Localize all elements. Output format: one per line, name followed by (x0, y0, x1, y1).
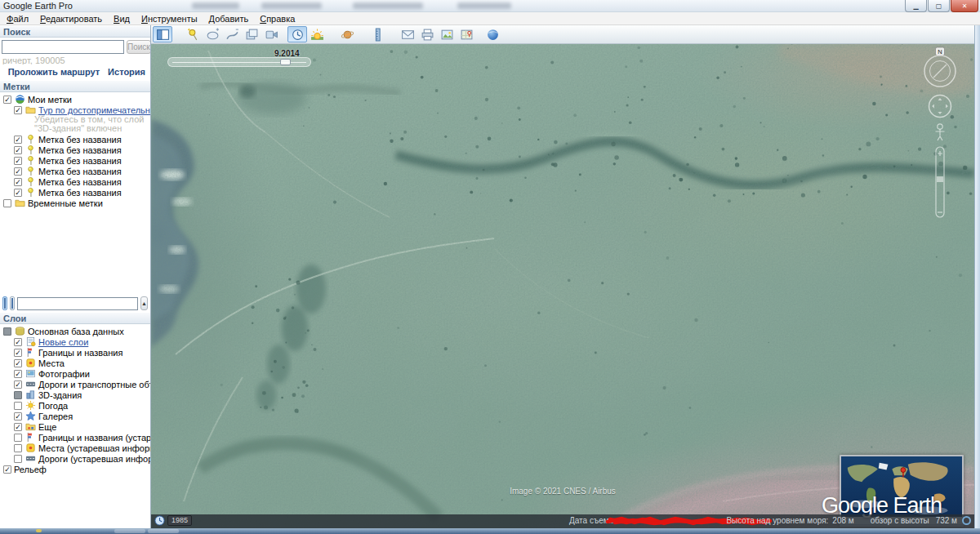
checkbox-on[interactable]: ✓ (14, 167, 22, 176)
checkbox-on[interactable]: ✓ (14, 136, 22, 144)
search-button[interactable]: Поиск (127, 40, 151, 54)
place-icon (24, 358, 37, 368)
layers-item-label[interactable]: Галерея (38, 412, 73, 421)
menu-item-4[interactable]: Инструменты (136, 14, 203, 24)
sunlight-button[interactable] (307, 26, 327, 42)
checkbox-off[interactable] (3, 199, 11, 207)
layers-item-label[interactable]: Дороги и транспортные объекты (38, 380, 150, 389)
history-link[interactable]: История (108, 67, 145, 77)
checkbox-on[interactable]: ✓ (14, 106, 22, 114)
switch-planet-button[interactable] (337, 26, 357, 42)
historical-imagery-indicator[interactable]: 1985 (154, 515, 192, 526)
weather-icon (24, 400, 37, 411)
layers-item-label[interactable]: Границы и названия (38, 348, 122, 358)
save-image-button[interactable] (437, 26, 457, 42)
overlay-icon (245, 28, 259, 42)
checkbox-partial[interactable] (3, 327, 11, 336)
layers-filter-input[interactable] (17, 297, 138, 310)
layers-item-label[interactable]: Еще (38, 422, 56, 432)
windows-taskbar[interactable] (0, 528, 980, 534)
window-right-border (974, 25, 980, 528)
places-item-label[interactable]: Метка без названия (38, 177, 122, 187)
map-viewport[interactable]: 9.2014 (151, 44, 974, 528)
checkbox-on[interactable]: ✓ (14, 146, 22, 154)
maximize-button[interactable]: ▢ (928, 0, 950, 12)
navigation-controls[interactable]: N (915, 46, 964, 242)
places-item-label[interactable]: Метка без названия (38, 188, 122, 198)
checkbox-on[interactable]: ✓ (14, 380, 22, 389)
historical-imagery-button[interactable] (287, 26, 307, 42)
layers-item-label[interactable]: Погода (38, 401, 68, 411)
checkbox-on[interactable]: ✓ (14, 338, 22, 346)
taskbar-button[interactable] (148, 529, 179, 533)
menu-item-3[interactable]: Вид (108, 14, 136, 24)
ghost-artifact (192, 2, 239, 9)
layers-item-label[interactable]: Места (устаревшая информация) (38, 443, 150, 453)
places-item-label[interactable]: Метка без названия (38, 145, 122, 155)
sidebar-toggle-button[interactable] (153, 26, 172, 42)
layers-filter-row: ▲ ▼ (0, 295, 150, 312)
layers-item: ✓Места (2, 358, 150, 368)
time-slider[interactable]: 9.2014 (167, 57, 311, 67)
layers-item: ✓Дороги и транспортные объекты (2, 379, 150, 389)
view-in-google-maps-button[interactable] (457, 26, 476, 42)
layers-item-label[interactable]: Места (38, 358, 65, 368)
email-button[interactable] (398, 26, 417, 42)
globe-button[interactable] (483, 26, 502, 42)
checkbox-on[interactable]: ✓ (14, 412, 22, 421)
minimize-button[interactable]: ▁ (905, 0, 927, 12)
ruler-button[interactable] (368, 26, 387, 42)
checkbox-on[interactable]: ✓ (14, 359, 22, 367)
places-item-label[interactable]: Метка без названия (38, 135, 122, 145)
checkbox-on[interactable]: ✓ (14, 349, 22, 357)
places-item-label[interactable]: Метка без названия (38, 156, 122, 166)
layers-item-label[interactable]: Фотографии (38, 369, 90, 379)
close-button[interactable]: ✕ (951, 0, 978, 12)
search-input[interactable] (2, 40, 124, 54)
add-image-overlay-button[interactable] (242, 26, 261, 42)
layers-item-label[interactable]: Новые слои (38, 337, 88, 347)
menu-item-1[interactable]: Файл (1, 14, 34, 24)
layers-view-toggle-b[interactable] (10, 296, 15, 310)
layers-item: ✓Новые слои (2, 336, 150, 347)
checkbox-on[interactable]: ✓ (14, 178, 22, 186)
move-up-button[interactable]: ▲ (140, 296, 148, 310)
layers-item-label[interactable]: 3D-здания (38, 390, 82, 400)
get-directions-link[interactable]: Проложить маршрут (8, 67, 100, 77)
layers-item-label[interactable]: Дороги (устаревшая информация) (38, 454, 150, 464)
record-tour-button[interactable] (261, 26, 281, 42)
layers-view-toggle-a[interactable] (2, 296, 7, 310)
checkbox-on[interactable]: ✓ (14, 157, 22, 165)
places-item-label[interactable]: Мои метки (28, 95, 72, 105)
image-icon (440, 28, 454, 42)
layers-item-label[interactable]: Рельеф (14, 465, 47, 474)
menu-item-6[interactable]: Справка (254, 14, 301, 24)
bld-icon (24, 389, 37, 400)
window-controls: ▁ ▢ ✕ (904, 0, 978, 12)
menu-item-5[interactable]: Добавить (203, 14, 255, 24)
layers-item: Дороги (устаревшая информация) (2, 453, 150, 464)
places-item-label[interactable]: Временные метки (28, 198, 103, 208)
eye-altitude-label: обзор с высоты (871, 516, 929, 525)
add-path-button[interactable] (222, 26, 242, 42)
checkbox-on[interactable]: ✓ (14, 189, 22, 197)
checkbox-on[interactable]: ✓ (3, 96, 11, 104)
places-item-label[interactable]: Метка без названия (38, 167, 122, 176)
checkbox-off[interactable] (14, 434, 22, 442)
checkbox-on[interactable]: ✓ (14, 370, 22, 378)
places-item-label[interactable]: Тур по достопримечательностям (38, 105, 150, 115)
menu-item-2[interactable]: Редактировать (34, 14, 108, 24)
checkbox-off[interactable] (14, 455, 22, 463)
checkbox-on[interactable]: ✓ (3, 465, 11, 474)
print-button[interactable] (417, 26, 437, 42)
add-placemark-button[interactable] (183, 26, 203, 42)
checkbox-off[interactable] (14, 402, 22, 410)
checkbox-partial[interactable] (14, 391, 22, 399)
layers-item-label[interactable]: Основная база данных (28, 327, 124, 336)
taskbar-button[interactable] (114, 529, 145, 533)
layers-item-label[interactable]: Границы и названия (устаревшая информ... (38, 433, 150, 443)
checkbox-off[interactable] (14, 444, 22, 452)
checkbox-on[interactable]: ✓ (14, 423, 22, 431)
add-polygon-button[interactable] (203, 26, 222, 42)
time-slider-handle[interactable] (280, 59, 291, 65)
